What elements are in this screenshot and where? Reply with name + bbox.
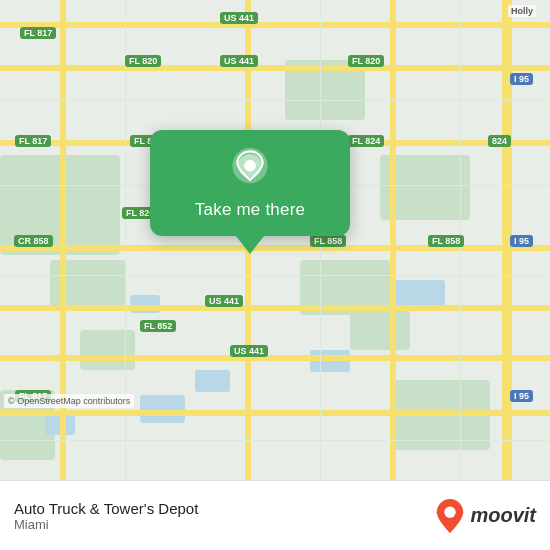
road-label: US 441 xyxy=(220,55,258,67)
grid-h1 xyxy=(0,100,550,101)
road-label: FL 820 xyxy=(125,55,161,67)
callout-label: Take me there xyxy=(195,200,305,220)
road-label: Holly xyxy=(508,5,536,17)
osm-credit: © OpenStreetMap contributors xyxy=(4,394,134,408)
road-label: 824 xyxy=(488,135,511,147)
road-label: US 441 xyxy=(230,345,268,357)
park-area-4 xyxy=(350,310,410,350)
road-v-fl817 xyxy=(60,0,66,480)
road-label: FL 817 xyxy=(20,27,56,39)
callout-tail xyxy=(236,236,264,254)
grid-h4 xyxy=(0,440,550,441)
place-info: Auto Truck & Tower's Depot Miami xyxy=(14,500,198,532)
road-label: US 441 xyxy=(220,12,258,24)
svg-point-2 xyxy=(244,160,256,172)
place-city: Miami xyxy=(14,517,198,532)
road-h6 xyxy=(0,355,550,361)
callout-box: Take me there xyxy=(150,130,350,236)
road-label: FL 820 xyxy=(348,55,384,67)
grid-v1 xyxy=(125,0,126,480)
water-4 xyxy=(195,370,230,392)
road-h5 xyxy=(0,305,550,311)
water-1 xyxy=(390,280,445,308)
map-container: US 441US 441US 441US 441FL 820FL 820FL 8… xyxy=(0,0,550,480)
moovit-brand-text: moovit xyxy=(470,504,536,527)
road-label: I 95 xyxy=(510,73,533,85)
road-h1 xyxy=(0,22,550,28)
road-h7 xyxy=(0,410,550,416)
place-name: Auto Truck & Tower's Depot xyxy=(14,500,198,517)
road-h2 xyxy=(0,65,550,71)
bottom-bar: Auto Truck & Tower's Depot Miami moovit xyxy=(0,480,550,550)
location-pin-icon xyxy=(229,148,271,190)
grid-h3 xyxy=(0,275,550,276)
road-label: CR 858 xyxy=(14,235,53,247)
water-3 xyxy=(140,395,185,423)
road-label: I 95 xyxy=(510,390,533,402)
svg-point-3 xyxy=(445,506,456,517)
road-label: I 95 xyxy=(510,235,533,247)
water-2 xyxy=(310,350,350,372)
road-label: FL 852 xyxy=(140,320,176,332)
road-v-fl824 xyxy=(390,0,396,480)
road-label: FL 817 xyxy=(15,135,51,147)
moovit-pin-icon xyxy=(436,499,464,533)
moovit-logo[interactable]: moovit xyxy=(436,499,536,533)
road-label: US 441 xyxy=(205,295,243,307)
location-callout[interactable]: Take me there xyxy=(145,130,355,254)
park-area-6 xyxy=(80,330,135,370)
road-label: FL 858 xyxy=(428,235,464,247)
